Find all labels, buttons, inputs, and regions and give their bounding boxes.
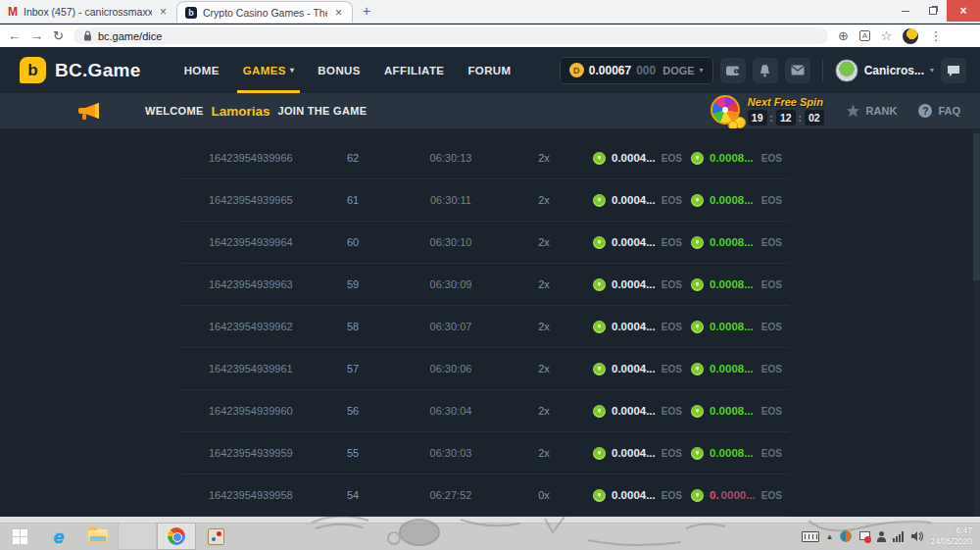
scrollbar-thumb[interactable] xyxy=(973,133,980,280)
bet-amount-cell: 0.0004... EOS xyxy=(573,278,671,291)
wallet-button[interactable] xyxy=(720,58,746,83)
bet-amount: 0.0004... xyxy=(612,152,656,164)
minimize-button[interactable] xyxy=(892,0,919,22)
roll-result: 55 xyxy=(318,447,387,459)
send-to-device-icon[interactable]: ⊕ xyxy=(838,29,849,42)
bet-amount-cell: 0.0004... EOS xyxy=(573,194,671,207)
eos-coin-icon xyxy=(593,278,606,291)
tab-close-icon[interactable]: × xyxy=(333,6,344,20)
bet-amount: 0.0004... xyxy=(612,278,656,290)
payout-cell: 0.0008... EOS xyxy=(671,236,789,249)
table-row[interactable]: 16423954939966 62 06:30:13 2x 0.0004... … xyxy=(181,137,789,179)
taskbar-icons: e xyxy=(0,523,235,550)
doge-coin-icon: D xyxy=(569,63,584,77)
nav-affiliate[interactable]: AFFILIATE xyxy=(372,47,457,93)
table-row[interactable]: 16423954939958 54 06:27:52 0x 0.0004... … xyxy=(181,475,789,517)
bottom-band: e ▲ 6:47 24/05/2020 xyxy=(0,517,980,550)
bet-amount: 0.0004... xyxy=(612,321,656,332)
chevron-down-icon: ▾ xyxy=(290,66,294,75)
address-bar[interactable]: bc.game/dice xyxy=(74,27,828,44)
volume-icon[interactable] xyxy=(910,530,923,542)
user-menu[interactable]: Canicros... ▾ xyxy=(835,59,934,82)
payout-amount: 0.0008... xyxy=(710,194,754,206)
taskbar-clock[interactable]: 6:47 24/05/2020 xyxy=(930,525,972,547)
bet-time: 06:30:11 xyxy=(387,194,514,206)
browser-profile-avatar[interactable] xyxy=(903,28,918,44)
table-row[interactable]: 16423954939959 55 06:30:03 2x 0.0004... … xyxy=(181,432,789,475)
bet-amount-cell: 0.0004... EOS xyxy=(573,405,671,418)
chat-toggle-button[interactable] xyxy=(941,58,966,83)
payout-currency-label: EOS xyxy=(761,237,782,248)
free-spin-widget[interactable]: Next Free Spin 19 : 12 : 02 xyxy=(710,95,824,126)
bet-id: 16423954939961 xyxy=(181,363,318,375)
nav-bonus[interactable]: BONUS xyxy=(306,47,372,93)
rank-button[interactable]: RANK xyxy=(846,104,898,118)
reload-icon[interactable]: ↻ xyxy=(53,29,64,42)
eos-coin-icon xyxy=(691,152,704,165)
nav-home[interactable]: HOME xyxy=(172,47,231,93)
payout-currency-label: EOS xyxy=(761,490,782,501)
table-row[interactable]: 16423954939961 57 06:30:06 2x 0.0004... … xyxy=(181,348,789,390)
faq-button[interactable]: ? FAQ xyxy=(918,104,960,118)
taskbar-app[interactable] xyxy=(196,523,235,550)
user-avatar xyxy=(835,59,858,82)
bets-table: 16423954939966 62 06:30:13 2x 0.0004... … xyxy=(181,137,789,517)
bet-amount-cell: 0.0004... EOS xyxy=(573,152,671,165)
table-row[interactable]: 16423954939965 61 06:30:11 2x 0.0004... … xyxy=(181,179,789,222)
nav-forum[interactable]: FORUM xyxy=(456,47,522,93)
payout-currency-label: EOS xyxy=(761,195,782,206)
taskbar-file-explorer[interactable] xyxy=(78,523,118,550)
notifications-button[interactable] xyxy=(753,58,778,83)
bet-id: 16423954939958 xyxy=(181,489,318,501)
back-icon[interactable]: ← xyxy=(8,29,21,42)
roll-result: 54 xyxy=(318,489,387,501)
people-icon[interactable] xyxy=(876,531,886,542)
hidden-icons-caret[interactable]: ▲ xyxy=(826,532,834,541)
tab-gmail[interactable]: M Inbox (457) - canicrossmaxx@gm × xyxy=(0,1,176,23)
welcome-message: WELCOME Lamorias JOIN THE GAME xyxy=(145,104,367,119)
close-button[interactable]: × xyxy=(947,0,980,22)
spin-countdown: 19 : 12 : 02 xyxy=(748,110,824,125)
internet-explorer-icon: e xyxy=(54,527,65,546)
payout-amount: 0.0008... xyxy=(710,447,754,459)
balance-selector[interactable]: D 0.00067000 DOGE ▾ xyxy=(560,57,713,84)
new-tab-button[interactable]: + xyxy=(363,3,370,19)
keyboard-icon[interactable] xyxy=(802,531,819,542)
bet-time: 06:30:13 xyxy=(387,152,514,164)
tab-close-icon[interactable]: × xyxy=(158,5,169,19)
bet-multiplier: 2x xyxy=(514,321,573,332)
table-row[interactable]: 16423954939964 60 06:30:10 2x 0.0004... … xyxy=(181,222,789,264)
url-text: bc.game/dice xyxy=(98,30,162,42)
tray-app-icon[interactable] xyxy=(840,530,852,542)
action-center-flag-icon[interactable] xyxy=(858,530,869,542)
bookmark-star-icon[interactable]: ☆ xyxy=(881,29,893,42)
nav-games[interactable]: GAMES ▾ xyxy=(231,47,307,93)
messages-button[interactable] xyxy=(785,58,810,83)
bcgame-logo-icon: b xyxy=(20,57,46,83)
eos-coin-icon xyxy=(593,405,606,418)
welcome-username[interactable]: Lamorias xyxy=(212,104,270,119)
page-content: 16423954939966 62 06:30:13 2x 0.0004... … xyxy=(0,128,980,517)
forward-icon[interactable]: → xyxy=(30,29,43,42)
bcgame-logo[interactable]: b BC.Game xyxy=(20,57,141,83)
table-row[interactable]: 16423954939962 58 06:30:07 2x 0.0004... … xyxy=(181,306,789,348)
table-row[interactable]: 16423954939960 56 06:30:04 2x 0.0004... … xyxy=(181,390,789,432)
browser-menu-icon[interactable]: ⋮ xyxy=(929,29,942,42)
table-row[interactable]: 16423954939963 59 06:30:09 2x 0.0004... … xyxy=(181,264,789,306)
tab-bcgame[interactable]: b Crypto Casino Games - The 8 Be × xyxy=(176,1,353,23)
restore-button[interactable] xyxy=(919,0,947,22)
payout-currency-label: EOS xyxy=(761,406,782,417)
page-scrollbar[interactable] xyxy=(973,128,980,517)
eos-coin-icon xyxy=(691,363,704,375)
taskbar-empty-slot[interactable] xyxy=(118,523,157,550)
taskbar-chrome[interactable] xyxy=(157,523,196,550)
network-signal-icon[interactable] xyxy=(893,531,904,542)
translate-icon[interactable]: A xyxy=(859,30,870,41)
payout-amount: 0. xyxy=(710,489,719,501)
taskbar-ie[interactable]: e xyxy=(39,523,78,550)
payout-amount: 0.0008... xyxy=(710,236,754,248)
bet-time: 06:30:04 xyxy=(387,405,514,417)
start-button[interactable] xyxy=(0,523,39,550)
timer-hours: 19 xyxy=(748,110,767,125)
bet-multiplier: 2x xyxy=(514,278,573,290)
